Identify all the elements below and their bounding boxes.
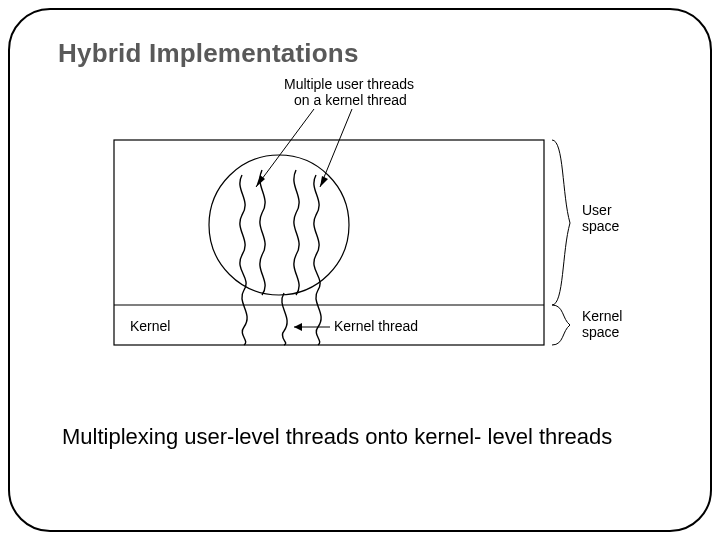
kernel-thread-arrow-head [294, 323, 302, 331]
user-thread-1 [240, 175, 246, 290]
user-space-label2: space [582, 218, 620, 234]
top-arrow-right-head [320, 176, 328, 187]
kernel-thread-3 [316, 290, 321, 345]
top-arrow-left [256, 109, 314, 187]
thread-group-circle [209, 155, 349, 295]
user-thread-3 [294, 170, 299, 295]
kernel-space-label2: space [582, 324, 620, 340]
top-label-line1: Multiple user threads [284, 76, 414, 92]
hybrid-threads-diagram: Multiple user threads on a kernel thread… [84, 75, 644, 395]
diagram-container: Multiple user threads on a kernel thread… [84, 75, 644, 395]
top-arrow-right [320, 109, 352, 187]
slide-frame: Hybrid Implementations Multiple user thr… [8, 8, 712, 532]
top-label-line2: on a kernel thread [294, 92, 407, 108]
kernel-label: Kernel [130, 318, 170, 334]
kernel-space-label1: Kernel [582, 308, 622, 324]
slide-caption: Multiplexing user-level threads onto ker… [58, 423, 618, 451]
user-space-brace [552, 140, 570, 305]
slide-title: Hybrid Implementations [58, 38, 670, 69]
user-space-label1: User [582, 202, 612, 218]
kernel-thread-1 [242, 290, 247, 345]
kernel-thread-label: Kernel thread [334, 318, 418, 334]
kernel-thread-2 [282, 293, 287, 345]
process-box [114, 140, 544, 345]
user-thread-4 [314, 175, 320, 290]
kernel-space-brace [552, 305, 570, 345]
user-thread-2 [260, 170, 265, 295]
